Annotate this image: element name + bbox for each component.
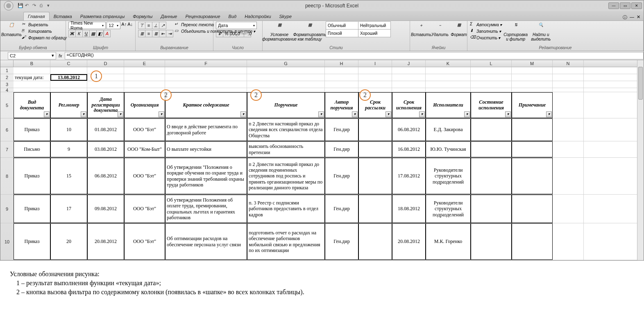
font-color-button[interactable]: A bbox=[103, 30, 111, 37]
cell[interactable]: Ген.дир bbox=[325, 141, 358, 157]
fill-color-button[interactable]: ◧ bbox=[96, 30, 104, 37]
cell[interactable] bbox=[325, 67, 358, 74]
col-header-N[interactable]: N bbox=[553, 60, 584, 67]
cell[interactable]: Вид документа▾ bbox=[14, 92, 50, 118]
cell[interactable]: Исполнители▾ bbox=[426, 92, 471, 118]
cell[interactable] bbox=[87, 81, 124, 88]
border-button[interactable]: ▦ bbox=[89, 30, 97, 37]
cell[interactable] bbox=[553, 81, 584, 88]
style-normal[interactable]: Обычный bbox=[326, 21, 358, 30]
filter-button[interactable]: ▾ bbox=[159, 111, 164, 117]
cell[interactable] bbox=[471, 74, 512, 81]
indent-dec-button[interactable]: ⇤ bbox=[159, 30, 166, 37]
cell[interactable] bbox=[358, 118, 392, 141]
format-table-button[interactable]: ▦Форматировать как таблицу bbox=[295, 22, 324, 42]
row-header-7[interactable]: 7 bbox=[0, 141, 14, 158]
cell[interactable]: Об оптимизации расходов на обеспечение п… bbox=[165, 223, 247, 260]
cell[interactable] bbox=[14, 88, 50, 92]
cell[interactable] bbox=[325, 74, 358, 81]
orientation-button[interactable]: ↗ bbox=[159, 22, 166, 29]
col-header-E[interactable]: E bbox=[124, 60, 165, 67]
cell[interactable] bbox=[553, 88, 584, 92]
paste-button[interactable]: 📋 Вставить bbox=[3, 22, 20, 38]
tab-skype[interactable]: Skype bbox=[275, 12, 296, 20]
cell[interactable]: Приказ bbox=[14, 195, 50, 223]
cell[interactable]: 20 bbox=[50, 223, 87, 260]
cell[interactable]: О вводе в действие регламента по договор… bbox=[165, 118, 247, 141]
app-close-icon[interactable]: ✕ bbox=[637, 14, 640, 20]
cell[interactable] bbox=[553, 67, 584, 74]
row-header-1[interactable]: 1 bbox=[0, 67, 14, 74]
currency-button[interactable]: ₽ bbox=[216, 30, 223, 37]
style-good[interactable]: Хороший bbox=[358, 29, 391, 37]
cell[interactable]: 17.08.2012 bbox=[392, 158, 426, 194]
cell[interactable]: Е.Д. Закирова bbox=[426, 118, 471, 141]
scroll-thumb[interactable] bbox=[638, 67, 643, 100]
filter-button[interactable]: ▾ bbox=[118, 111, 123, 117]
office-button[interactable] bbox=[2, 0, 15, 11]
select-all-corner[interactable] bbox=[0, 60, 14, 67]
cell[interactable] bbox=[247, 67, 325, 74]
cell[interactable] bbox=[165, 81, 247, 88]
cell[interactable] bbox=[124, 81, 165, 88]
cell[interactable]: О выплате неустойки bbox=[165, 141, 247, 157]
format-cells-button[interactable]: ▦Формат bbox=[450, 22, 467, 38]
format-painter-button[interactable]: 🖌Формат по образцу bbox=[22, 35, 67, 41]
font-size-combo[interactable]: 12▾ bbox=[107, 22, 120, 29]
align-bottom-button[interactable]: ⊥ bbox=[152, 22, 159, 29]
cell[interactable] bbox=[87, 88, 124, 92]
cell[interactable]: Приказ bbox=[14, 223, 50, 260]
style-neutral[interactable]: Нейтральный bbox=[358, 21, 391, 30]
fx-icon[interactable]: fx bbox=[59, 53, 62, 58]
cell[interactable] bbox=[358, 67, 392, 74]
copy-button[interactable]: ⎘Копировать bbox=[22, 28, 67, 34]
cell[interactable]: 17 bbox=[50, 195, 87, 223]
cell[interactable] bbox=[165, 88, 247, 92]
cell[interactable] bbox=[165, 74, 247, 81]
cell[interactable]: п 2 Довести настоящий приказ до сведения… bbox=[247, 118, 325, 141]
cell[interactable] bbox=[426, 74, 471, 81]
cell[interactable] bbox=[553, 74, 584, 81]
filter-button[interactable]: ▾ bbox=[464, 111, 470, 117]
row-header-9[interactable]: 9 bbox=[0, 195, 14, 223]
cell[interactable]: подготовить отчет о расходах на обеспече… bbox=[247, 223, 325, 260]
cells-area[interactable]: 1 2 2 2 текущая дата:13.08.2012Вид докум… bbox=[14, 67, 644, 260]
formula-input[interactable]: =СЕГОДНЯ() bbox=[65, 52, 644, 59]
cell[interactable]: Дата регистрации документа▾ bbox=[87, 92, 124, 118]
cell[interactable] bbox=[553, 92, 584, 118]
filter-button[interactable]: ▾ bbox=[546, 111, 552, 117]
row-header-3[interactable]: 3 bbox=[0, 81, 14, 88]
cell[interactable]: Автор поручения▾ bbox=[325, 92, 358, 118]
cell[interactable]: Срок исполнения▾ bbox=[392, 92, 426, 118]
insert-cells-button[interactable]: ＋Вставить bbox=[413, 22, 430, 38]
sort-filter-button[interactable]: ⇅Сортировка и фильтр bbox=[503, 22, 528, 42]
cell[interactable]: п. 3 Реестр с подписями работников предо… bbox=[247, 195, 325, 223]
cell[interactable] bbox=[512, 223, 553, 260]
cell[interactable]: 20.08.2012 bbox=[87, 223, 124, 260]
style-bad[interactable]: Плохой bbox=[326, 29, 358, 37]
redo-icon[interactable]: ↷ bbox=[32, 3, 38, 9]
filter-button[interactable]: ▾ bbox=[240, 111, 246, 117]
cell[interactable] bbox=[512, 158, 553, 194]
row-header-2[interactable]: 2 bbox=[0, 74, 14, 81]
tab-data[interactable]: Данные bbox=[156, 12, 181, 20]
cell[interactable]: текущая дата: bbox=[14, 74, 50, 81]
cell[interactable] bbox=[426, 81, 471, 88]
cell[interactable] bbox=[392, 88, 426, 92]
row-header-10[interactable]: 10 bbox=[0, 223, 14, 260]
col-header-I[interactable]: I bbox=[358, 60, 392, 67]
cell[interactable]: Ген.дир bbox=[325, 195, 358, 223]
row-header-8[interactable]: 8 bbox=[0, 158, 14, 195]
cell[interactable] bbox=[392, 67, 426, 74]
cell[interactable] bbox=[358, 81, 392, 88]
col-header-M[interactable]: M bbox=[512, 60, 553, 67]
cell[interactable]: Руководители структурных подразделений bbox=[426, 195, 471, 223]
cell[interactable] bbox=[471, 158, 512, 194]
cell[interactable] bbox=[50, 88, 87, 92]
align-center-button[interactable]: ≡ bbox=[145, 30, 152, 37]
grow-font-icon[interactable]: A↑ bbox=[121, 22, 127, 27]
print-icon[interactable]: ⎙ bbox=[40, 3, 45, 9]
filter-button[interactable]: ▾ bbox=[318, 111, 324, 117]
filter-button[interactable]: ▾ bbox=[81, 111, 86, 117]
cell[interactable]: Письмо bbox=[14, 141, 50, 157]
